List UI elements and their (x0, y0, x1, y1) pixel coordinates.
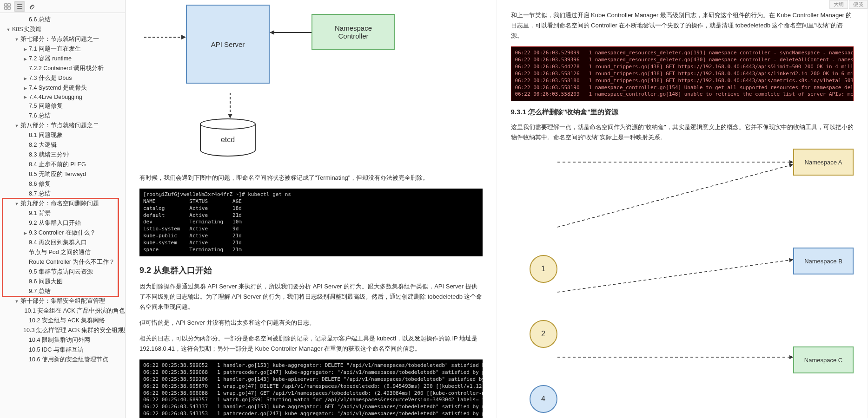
outline-item-label: 7.5 问题修复 (29, 102, 63, 110)
spacer-icon (22, 66, 28, 72)
outline-item-label: 9.2 从集群入口开始 (29, 219, 81, 227)
chevron-right-icon[interactable]: ▶ (22, 46, 28, 52)
outline-item[interactable]: 9.5 集群节点访问云资源 (0, 267, 125, 277)
outline-item[interactable]: ▶7.4 Systemd 是硬骨头 (0, 83, 125, 93)
outline-item[interactable]: 9.7 总结 (0, 287, 125, 296)
outline-item-label: 8.2 大逻辑 (29, 141, 57, 149)
outline-item-label: 7.4 Systemd 是硬骨头 (29, 84, 87, 92)
outline-item[interactable]: ▶9.3 Controller 在做什么？ (0, 228, 125, 238)
outline-item[interactable]: ▶7.1 问题一直在发生 (0, 44, 125, 54)
outline-item[interactable]: ▶7.2 容器 runtime (0, 54, 125, 64)
tab-notes[interactable]: 便笺 (849, 0, 868, 9)
outline-item[interactable]: 7.5 问题修复 (0, 101, 125, 111)
outline-item[interactable]: 10.6 使用新的安全组管理节点 (0, 355, 125, 365)
outline-item[interactable]: 10.4 限制集群访问外网 (0, 335, 125, 345)
svg-point-7 (17, 4, 18, 5)
outline-item[interactable]: ▼第七部分：节点就绪问题之一 (0, 34, 125, 44)
outline-item-label: 7.2 容器 runtime (29, 55, 72, 63)
outline-item-label: Route Controller 为什么不工作？ (29, 258, 115, 266)
etcd-cylinder: etcd (200, 118, 256, 160)
outline-item[interactable]: ▶7.4.4Live Debugging (0, 93, 125, 101)
chevron-down-icon[interactable]: ▼ (14, 201, 20, 207)
outline-item[interactable]: 8.2 大逻辑 (0, 140, 125, 150)
outline-item[interactable]: 10.2 安全组与 ACK 集群网络 (0, 316, 125, 326)
svg-line-19 (557, 260, 794, 292)
list-view-icon[interactable] (14, 1, 25, 12)
heading-9-2: 9.2 从集群入口开始 (139, 265, 483, 276)
outline-item[interactable]: 8.6 修复 (0, 179, 125, 189)
outline-item[interactable]: 10.1 安全组在 ACK 产品中扮演的角色 (0, 306, 125, 316)
chevron-right-icon[interactable]: ▶ (22, 76, 28, 81)
chevron-down-icon[interactable]: ▼ (6, 27, 11, 33)
spacer-icon (22, 152, 28, 158)
svg-point-9 (17, 8, 18, 9)
outline-item-label: 9.7 总结 (29, 287, 51, 295)
paragraph: 这里我们需要理解一点，就是命名空间作为资源的"收纳盒"，其实是逻辑意义上的概念。… (511, 122, 854, 143)
resource-circle-1: 1 (530, 255, 557, 283)
grid-view-icon[interactable] (2, 1, 13, 12)
paragraph: 和上一节类似，我们通过开启 Kube Controller Manager 最高… (511, 10, 854, 41)
chevron-down-icon[interactable]: ▼ (14, 123, 20, 129)
outline-item[interactable]: 9.4 再次回到集群入口 (0, 238, 125, 248)
spacer-icon (22, 143, 28, 148)
outline-item-label: 7.6 总结 (29, 112, 51, 120)
outline-item[interactable]: 9.2 从集群入口开始 (0, 218, 125, 228)
chevron-right-icon[interactable]: ▶ (22, 85, 28, 91)
svg-rect-1 (8, 4, 10, 6)
outline-item[interactable]: 8.1 问题现象 (0, 131, 125, 140)
outline-item-label: 7.4.4Live Debugging (29, 94, 82, 100)
outline-item-label: 10.2 安全组与 ACK 集群网络 (29, 317, 105, 325)
outline-item-label: 第十部分：集群安全组配置管理 (20, 297, 105, 305)
chevron-down-icon[interactable]: ▼ (14, 37, 20, 42)
paragraph: 有时候，我们会遇到下图中的问题，即命名空间的状态被标记成了"Terminatin… (139, 173, 483, 183)
outline-item[interactable]: 8.7 总结 (0, 189, 125, 199)
tab-outline[interactable]: 大纲 (829, 0, 848, 9)
outline-item[interactable]: 8.4 止步不前的 PLEG (0, 160, 125, 170)
content-col-right: 大纲 便笺 和上一节类似，我们通过开启 Kube Controller Mana… (497, 0, 868, 418)
outline-item-label: 8.1 问题现象 (29, 131, 63, 139)
outline-item[interactable]: 9.1 背景 (0, 209, 125, 218)
outline-item[interactable]: 10.3 怎么样管理 ACK 集群的安全组规则 (0, 326, 125, 335)
paragraph: 但可惜的是，API Server 并没有输出太多和这个问题有关的日志。 (139, 318, 483, 328)
outline-item-label: 9.6 问题大图 (29, 278, 63, 286)
outline-item[interactable]: ▼第十部分：集群安全组配置管理 (0, 296, 125, 306)
chevron-right-icon[interactable]: ▶ (22, 230, 28, 236)
outline-item[interactable]: 9.6 问题大图 (0, 277, 125, 287)
svg-line-18 (557, 164, 794, 227)
spacer-icon (22, 191, 28, 197)
chevron-right-icon[interactable]: ▶ (22, 94, 28, 100)
api-server-box: API Server (186, 5, 270, 84)
chevron-right-icon[interactable]: ▶ (22, 56, 28, 62)
outline-item-label: 节点与 Pod 之间的通信 (29, 248, 91, 256)
spacer-icon (22, 250, 28, 255)
outline-item[interactable]: 节点与 Pod 之间的通信 (0, 248, 125, 257)
outline-item-label: 9.3 Controller 在做什么？ (29, 229, 96, 237)
outline-item-label: 8.3 就绪三分钟 (29, 151, 69, 159)
outline-item[interactable]: 8.3 就绪三分钟 (0, 150, 125, 160)
outline-item[interactable]: ▼第八部分：节点就绪问题之二 (0, 121, 125, 131)
outline-item[interactable]: 10.5 IDC 与集群互访 (0, 345, 125, 355)
outline-item[interactable]: 8.5 无响应的 Terwayd (0, 170, 125, 179)
architecture-diagram: API Server Namespace Controller (139, 5, 483, 93)
paragraph: 相关的日志，可以分为两部分。一部分是命名空间被删除的记录，记录显示客户端工具是 … (139, 333, 483, 354)
etcd-diagram: etcd (139, 93, 483, 167)
outline-item[interactable]: 7.6 总结 (0, 111, 125, 121)
outline-item[interactable]: 7.2.2 Containerd 调用栈分析 (0, 64, 125, 73)
content-area: API Server Namespace Controller etcd 有时候… (126, 0, 868, 418)
outline-item[interactable]: ▼K8S实践篇 (0, 25, 125, 34)
outline-item[interactable]: Route Controller 为什么不工作？ (0, 257, 125, 267)
spacer-icon (22, 260, 28, 265)
svg-point-8 (17, 6, 18, 7)
spacer-icon (22, 240, 28, 246)
outline-item[interactable]: ▶7.3 什么是 Dbus (0, 73, 125, 83)
chevron-down-icon[interactable]: ▼ (14, 299, 20, 304)
outline-item-label: 7.1 问题一直在发生 (29, 45, 81, 53)
spacer-icon (22, 211, 28, 216)
svg-rect-3 (8, 7, 10, 9)
heading-9-3-1: 9.3.1 怎么样删除"收纳盒"里的资源 (511, 108, 854, 117)
outline-item[interactable]: 6.6 总结 (0, 15, 125, 25)
sidebar-tree-wrap: 6.6 总结▼K8S实践篇▼第七部分：节点就绪问题之一▶7.1 问题一直在发生▶… (0, 13, 125, 366)
attachment-icon[interactable] (26, 1, 37, 12)
outline-item-label: 9.1 背景 (29, 209, 51, 217)
outline-item[interactable]: ▼第九部分：命名空间删除问题 (0, 199, 125, 209)
